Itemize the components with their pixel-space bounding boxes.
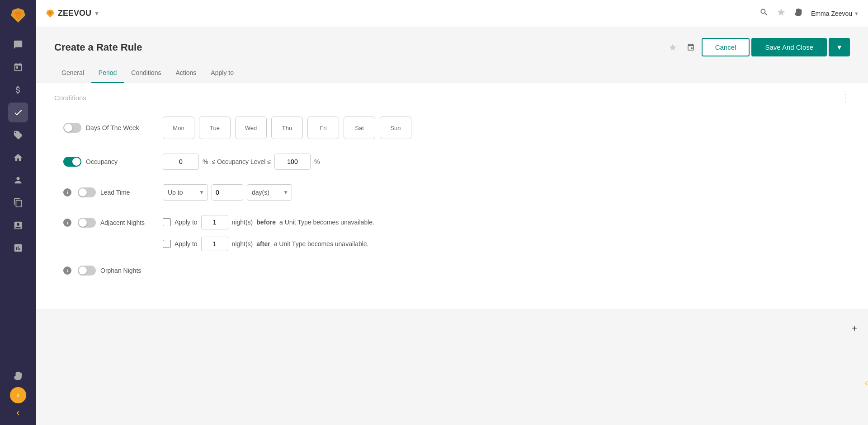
sidebar-item-tag[interactable] xyxy=(8,125,28,145)
adjacent-toggle[interactable] xyxy=(78,218,96,228)
sidebar-bottom: › ‹ xyxy=(8,364,28,420)
adjacent-content: Apply to night(s) before a Unit Type bec… xyxy=(163,215,374,251)
tabs: General Period Conditions Actions Apply … xyxy=(36,64,868,83)
adjacent-toggle-label: Adjacent Nights xyxy=(100,219,145,226)
adjacent-after-text-before: Apply to xyxy=(175,240,198,248)
sidebar-item-person[interactable] xyxy=(8,170,28,190)
lead-time-dropdown-wrap: Up to At least ▼ xyxy=(163,184,208,201)
save-dropdown-button[interactable]: ▼ xyxy=(829,38,850,56)
adjacent-before-text-after: night(s) xyxy=(232,219,253,226)
lead-time-value-input[interactable] xyxy=(212,184,243,201)
user-dropdown-icon: ▼ xyxy=(854,11,859,16)
lead-time-toggle-container: i Lead Time xyxy=(63,187,163,197)
adjacent-after-text-end: a Unit Type becomes unavailable. xyxy=(274,240,369,248)
occupancy-toggle[interactable] xyxy=(63,157,81,167)
sidebar-item-calendar[interactable] xyxy=(8,57,28,77)
tab-period[interactable]: Period xyxy=(91,64,124,83)
sidebar-yellow-arrow[interactable]: ‹ xyxy=(16,407,19,419)
page-header: Create a Rate Rule Cancel Save And Close… xyxy=(36,27,868,64)
adjacent-before-bold: before xyxy=(256,219,276,226)
day-tue[interactable]: Tue xyxy=(199,117,231,139)
topbar-icons: Emma Zeevou ▼ xyxy=(760,8,859,19)
day-thu[interactable]: Thu xyxy=(271,117,303,139)
sidebar: › ‹ xyxy=(0,0,36,425)
lead-time-inputs: Up to At least ▼ day(s) week(s) month(s)… xyxy=(163,184,292,201)
conditions-section-header: Conditions ⋮ xyxy=(54,92,850,103)
cancel-button[interactable]: Cancel xyxy=(702,38,750,56)
adjacent-after-text-after: night(s) xyxy=(232,240,253,248)
adjacent-nights-row: i Adjacent Nights Apply to night(s) befo… xyxy=(54,215,850,251)
orphan-info-icon[interactable]: i xyxy=(63,266,71,275)
lead-time-toggle-thumb xyxy=(79,188,87,196)
occupancy-max-input[interactable] xyxy=(274,154,311,170)
star-icon[interactable] xyxy=(777,8,786,19)
lead-time-toggle-label: Lead Time xyxy=(100,189,130,196)
brand-dropdown-icon[interactable]: ▼ xyxy=(94,10,99,17)
orphan-toggle-label: Orphan Nights xyxy=(100,267,141,274)
orphan-toggle[interactable] xyxy=(78,266,96,276)
header-star-icon[interactable] xyxy=(665,40,680,55)
tab-actions[interactable]: Actions xyxy=(168,64,203,83)
side-arrow-icon[interactable]: ‹ xyxy=(865,377,868,389)
adjacent-after-input[interactable] xyxy=(201,237,228,251)
day-sat[interactable]: Sat xyxy=(344,117,375,139)
lead-time-unit-wrap: day(s) week(s) month(s) ▼ xyxy=(247,184,292,201)
occupancy-toggle-thumb xyxy=(72,158,80,166)
user-name: Emma Zeevou xyxy=(811,10,852,17)
lead-time-toggle[interactable] xyxy=(78,187,96,197)
occupancy-row: Occupancy % ≤ Occupancy Level ≤ % xyxy=(54,154,850,170)
sidebar-item-copy[interactable] xyxy=(8,193,28,213)
adjacent-after-row: Apply to night(s) after a Unit Type beco… xyxy=(163,237,374,251)
days-toggle-container: Days Of The Week xyxy=(63,123,163,133)
sidebar-item-home[interactable] xyxy=(8,148,28,168)
sidebar-item-tasks[interactable] xyxy=(8,103,28,122)
logo[interactable] xyxy=(7,5,29,26)
sidebar-item-calculator[interactable] xyxy=(8,215,28,235)
plus-button[interactable]: + xyxy=(848,322,861,335)
adjacent-after-checkbox[interactable] xyxy=(163,240,171,248)
conditions-label: Conditions xyxy=(54,94,86,102)
action-buttons: Cancel Save And Close ▼ xyxy=(702,38,850,56)
day-wed[interactable]: Wed xyxy=(235,117,267,139)
brand-name: ZEEVOU xyxy=(58,9,91,18)
orphan-toggle-thumb xyxy=(79,266,87,275)
days-toggle[interactable] xyxy=(63,123,81,133)
adjacent-before-checkbox[interactable] xyxy=(163,218,171,226)
occupancy-toggle-container: Occupancy xyxy=(63,157,163,167)
sidebar-orange-btn[interactable]: › xyxy=(10,387,26,403)
days-toggle-label: Days Of The Week xyxy=(86,124,139,131)
lead-time-info-icon[interactable]: i xyxy=(63,188,71,196)
lead-time-unit-dropdown[interactable]: day(s) week(s) month(s) xyxy=(247,184,292,201)
tab-general[interactable]: General xyxy=(54,64,91,83)
page-title: Create a Rate Rule xyxy=(54,42,142,53)
page-content: Create a Rate Rule Cancel Save And Close… xyxy=(36,27,868,425)
user-menu[interactable]: Emma Zeevou ▼ xyxy=(811,10,859,17)
adjacent-before-text-end: a Unit Type becomes unavailable. xyxy=(279,219,374,226)
tab-conditions[interactable]: Conditions xyxy=(124,64,168,83)
occupancy-max-symbol: % xyxy=(314,158,320,165)
occupancy-min-input[interactable] xyxy=(163,154,199,170)
day-sun[interactable]: Sun xyxy=(380,117,411,139)
adjacent-info-icon[interactable]: i xyxy=(63,219,71,227)
day-mon[interactable]: Mon xyxy=(163,117,194,139)
occupancy-min-symbol: % xyxy=(203,158,208,165)
header-pin-icon[interactable] xyxy=(684,40,698,55)
tab-apply-to[interactable]: Apply to xyxy=(203,64,241,83)
adjacent-before-text-before: Apply to xyxy=(175,219,198,226)
topbar: ZEEVOU ▼ Emma Zeevou ▼ xyxy=(36,0,868,27)
sidebar-item-rates[interactable] xyxy=(8,80,28,100)
sidebar-item-analytics[interactable] xyxy=(8,238,28,258)
hand-icon[interactable] xyxy=(794,8,803,19)
adjacent-before-input[interactable] xyxy=(201,215,228,229)
sidebar-item-hand[interactable] xyxy=(8,366,28,386)
brand[interactable]: ZEEVOU ▼ xyxy=(45,9,99,19)
day-fri[interactable]: Fri xyxy=(307,117,339,139)
sidebar-item-chat[interactable] xyxy=(8,35,28,55)
adjacent-toggle-container: i Adjacent Nights xyxy=(63,218,163,228)
adjacent-toggle-thumb xyxy=(79,219,87,227)
main-area: ZEEVOU ▼ Emma Zeevou ▼ Create a Rate Rul… xyxy=(36,0,868,425)
search-icon[interactable] xyxy=(760,8,769,19)
occupancy-toggle-label: Occupancy xyxy=(86,158,118,165)
save-button[interactable]: Save And Close xyxy=(751,38,827,56)
lead-time-dropdown[interactable]: Up to At least xyxy=(163,184,208,201)
